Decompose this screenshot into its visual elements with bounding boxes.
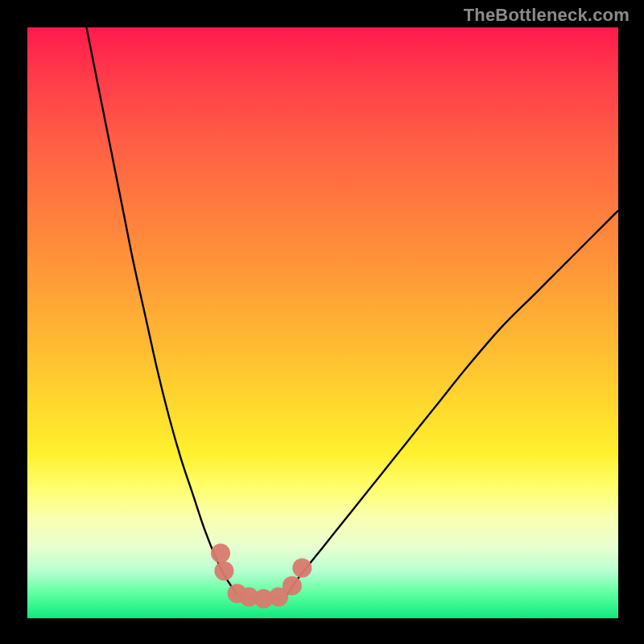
watermark-text: TheBottleneck.com	[464, 5, 630, 26]
marker-dot	[283, 576, 302, 596]
curve-layer	[27, 27, 618, 618]
plot-area	[27, 27, 618, 618]
marker-dot	[214, 561, 233, 580]
right-curve	[287, 211, 618, 595]
marker-dot	[292, 559, 312, 578]
marker-dot	[211, 543, 230, 563]
left-curve	[86, 27, 237, 595]
marker-band	[211, 543, 312, 609]
chart-frame: TheBottleneck.com	[0, 0, 644, 644]
